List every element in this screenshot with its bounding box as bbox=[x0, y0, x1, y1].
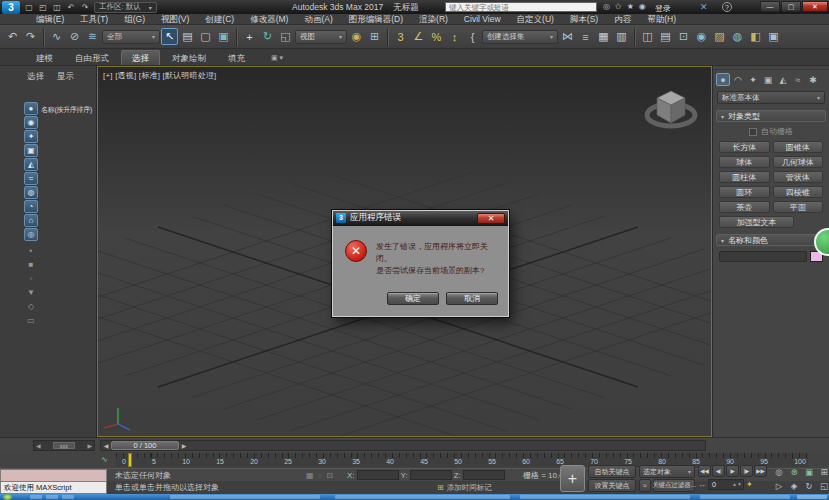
primitive-button[interactable]: 圆柱体 bbox=[719, 171, 770, 183]
quick-access-icon[interactable]: ↶ bbox=[65, 1, 77, 13]
z-coordinate-field[interactable] bbox=[463, 470, 505, 480]
menu-item[interactable]: 组(G) bbox=[116, 14, 153, 25]
scroll-left-icon[interactable]: ◀ bbox=[36, 442, 41, 449]
editor-render-icon[interactable]: ⊡ bbox=[675, 28, 692, 45]
menu-item[interactable]: 图形编辑器(D) bbox=[341, 14, 411, 25]
key-icon[interactable]: ✦ bbox=[746, 480, 753, 489]
undo-redo-icon[interactable]: ↷ bbox=[22, 28, 39, 45]
sign-in-link[interactable]: 登录 bbox=[655, 3, 671, 14]
explorer-sort-header[interactable]: 名称(按升序排序) bbox=[41, 105, 92, 115]
snap-tool-icon[interactable]: 3 bbox=[392, 28, 409, 45]
editor-render-icon[interactable]: ◫ bbox=[639, 28, 656, 45]
viewport-nav-icon[interactable]: ▣ bbox=[802, 465, 816, 478]
display-filter-icon[interactable]: ✦ bbox=[24, 130, 38, 143]
scrollbar-thumb[interactable]: ▮▮▮ bbox=[53, 442, 75, 449]
playback-button[interactable]: ◀| bbox=[712, 465, 725, 477]
taskbar-item[interactable] bbox=[46, 495, 58, 499]
select-tool-icon[interactable]: ▣ bbox=[215, 28, 232, 45]
editor-render-icon[interactable]: ◧ bbox=[747, 28, 764, 45]
titlebar-icon[interactable]: ✩ bbox=[615, 2, 622, 11]
primitive-button[interactable]: 圆锥体 bbox=[773, 141, 824, 153]
display-filter-icon[interactable]: ◔ bbox=[24, 200, 38, 213]
explorer-scrollbar[interactable]: ◀ ▮▮▮ ▶ bbox=[33, 440, 95, 451]
taskbar-item[interactable] bbox=[30, 495, 42, 499]
quick-access-icon[interactable]: ◰ bbox=[37, 1, 49, 13]
ribbon-minimize-icon[interactable]: ▣ ▾ bbox=[271, 50, 283, 65]
menu-item[interactable]: 内容 bbox=[606, 14, 639, 25]
create-category-icon[interactable]: ≈ bbox=[791, 73, 805, 86]
search-input[interactable] bbox=[445, 2, 597, 12]
create-category-icon[interactable]: ✱ bbox=[806, 73, 820, 86]
editor-render-icon[interactable]: ◉ bbox=[693, 28, 710, 45]
ribbon-tab[interactable]: 填充 bbox=[218, 51, 255, 65]
taskbar-item[interactable] bbox=[520, 495, 690, 499]
ribbon-tab[interactable]: 选择 bbox=[121, 50, 160, 65]
add-annotation-button[interactable]: + bbox=[560, 465, 585, 492]
display-filter-icon[interactable]: ⌂ bbox=[24, 214, 38, 227]
viewport-label[interactable]: [+] [透视] [标准] [默认明暗处理] bbox=[103, 70, 217, 81]
scroll-right-icon[interactable]: ▶ bbox=[87, 442, 92, 449]
primitive-button[interactable]: 管状体 bbox=[773, 171, 824, 183]
viewport-nav-icon[interactable]: ◱ bbox=[817, 479, 829, 492]
display-filter-icon[interactable]: ≈ bbox=[24, 172, 38, 185]
add-time-tag[interactable]: ⊞ 添加时间标记 bbox=[437, 481, 492, 494]
menu-item[interactable]: 工具(T) bbox=[72, 14, 116, 25]
display-filter-icon[interactable]: ◎ bbox=[24, 228, 38, 241]
primitives-dropdown[interactable]: 标准基本体 ▾ bbox=[717, 91, 825, 104]
select-tool-icon[interactable]: ▢ bbox=[197, 28, 214, 45]
taskbar-item[interactable] bbox=[700, 495, 790, 499]
key-filters-button[interactable]: 关键点过滤器... bbox=[653, 479, 695, 492]
viewport-nav-icon[interactable]: ↻ bbox=[802, 479, 816, 492]
transform-tool-icon[interactable]: ↻ bbox=[259, 28, 276, 45]
primitive-button[interactable]: 加强型文本 bbox=[719, 216, 794, 228]
dialog-close-button[interactable]: ✕ bbox=[477, 213, 505, 224]
viewport-nav-icon[interactable]: ⊛ bbox=[787, 465, 801, 478]
cancel-button[interactable]: 取消 bbox=[446, 292, 498, 305]
taskbar-item[interactable] bbox=[170, 495, 320, 499]
start-button[interactable] bbox=[3, 494, 12, 500]
explorer-tool-icon[interactable]: ▫ bbox=[24, 272, 38, 285]
maxscript-listener[interactable]: 欢迎使用 MAXScript bbox=[0, 481, 107, 494]
editor-render-icon[interactable]: ▤ bbox=[657, 28, 674, 45]
titlebar-icon[interactable]: ◎ bbox=[603, 2, 610, 11]
selection-filter-dropdown[interactable]: 全部▾ bbox=[102, 30, 160, 44]
playback-button[interactable]: ▶▶ bbox=[754, 465, 767, 477]
primitive-button[interactable]: 茶壶 bbox=[719, 201, 770, 213]
primitive-button[interactable]: 长方体 bbox=[719, 141, 770, 153]
minimize-button[interactable]: — bbox=[760, 1, 780, 12]
taskbar-item[interactable] bbox=[62, 495, 74, 499]
viewport-nav-icon[interactable]: ▷ bbox=[772, 479, 786, 492]
auto-key-button[interactable]: 自动关键点 bbox=[588, 465, 636, 478]
selected-objects-dropdown[interactable]: 选定对象 ▾ bbox=[639, 465, 695, 478]
select-tool-icon[interactable]: ↖ bbox=[161, 28, 178, 45]
snap-tool-icon[interactable]: % bbox=[428, 28, 445, 45]
snap-tool-icon[interactable]: ∠ bbox=[410, 28, 427, 45]
ribbon-tab[interactable]: 建模 bbox=[26, 51, 63, 65]
explorer-tool-icon[interactable]: ▼ bbox=[24, 286, 38, 299]
transform-tool-icon[interactable]: + bbox=[241, 28, 258, 45]
create-category-icon[interactable]: ▣ bbox=[761, 73, 775, 86]
viewport-nav-icon[interactable]: ⊞ bbox=[817, 465, 829, 478]
primitive-button[interactable]: 平面 bbox=[773, 201, 824, 213]
explorer-tool-icon[interactable]: ◇ bbox=[24, 300, 38, 313]
primitive-button[interactable]: 圆环 bbox=[719, 186, 770, 198]
explorer-menu-display[interactable]: 显示 bbox=[57, 71, 74, 83]
playback-button[interactable]: ▶ bbox=[726, 465, 739, 477]
primitive-button[interactable]: 球体 bbox=[719, 156, 770, 168]
set-key-button[interactable]: 设置关键点 bbox=[588, 479, 636, 492]
menu-item[interactable]: 创建(C) bbox=[197, 14, 242, 25]
ok-button[interactable]: 确定 bbox=[387, 292, 439, 305]
menu-item[interactable]: 视图(V) bbox=[153, 14, 197, 25]
pivot-tool-icon[interactable]: ⊞ bbox=[366, 28, 383, 45]
display-filter-icon[interactable]: ◉ bbox=[24, 116, 38, 129]
x-coordinate-field[interactable] bbox=[357, 470, 399, 480]
link-tool-icon[interactable]: ⊘ bbox=[66, 28, 83, 45]
select-tool-icon[interactable]: ▤ bbox=[179, 28, 196, 45]
manage-tool-icon[interactable]: ⋈ bbox=[559, 28, 576, 45]
display-filter-icon[interactable]: ▣ bbox=[24, 144, 38, 157]
workspace-dropdown[interactable]: 工作区: 默认 ▾ bbox=[94, 2, 157, 13]
manage-tool-icon[interactable]: ≡ bbox=[577, 28, 594, 45]
dialog-title-bar[interactable]: 3 应用程序错误 ✕ bbox=[333, 211, 508, 226]
y-coordinate-field[interactable] bbox=[410, 470, 452, 480]
snap-tool-icon[interactable]: { bbox=[464, 28, 481, 45]
